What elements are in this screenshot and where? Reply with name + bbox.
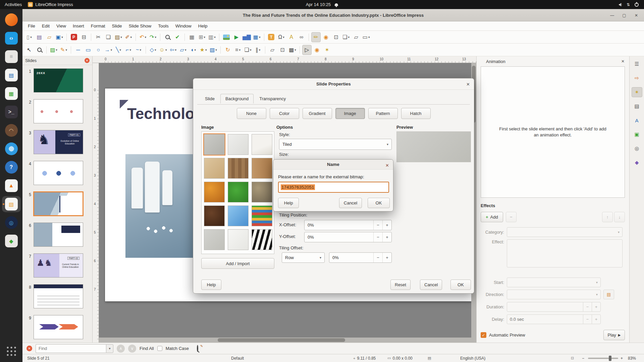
libreoffice-calc-icon[interactable]: ▦ bbox=[2, 85, 21, 102]
tab-slide[interactable]: Slide bbox=[200, 94, 220, 104]
save-dropdown-arrow[interactable]: ▾ bbox=[61, 36, 63, 39]
slide-thumbnail-4[interactable] bbox=[34, 161, 83, 185]
start-select[interactable]: ▾ bbox=[507, 278, 601, 287]
tiling-offset-increment-button[interactable]: + bbox=[382, 253, 391, 262]
tiling-offset-decrement-button[interactable]: − bbox=[373, 253, 382, 262]
close-window-button[interactable]: ✕ bbox=[632, 11, 641, 20]
tiling-offset-stepper[interactable]: 0% − + bbox=[329, 252, 392, 263]
find-history-dropdown[interactable]: ▾ bbox=[106, 344, 113, 353]
connectors-dropdown-arrow[interactable]: ▾ bbox=[129, 48, 131, 52]
shadow-button[interactable]: ▱ bbox=[268, 45, 277, 55]
block-arrows-button[interactable]: ⇦▾ bbox=[168, 45, 178, 55]
texture-grass[interactable] bbox=[228, 182, 249, 202]
x-offset-decrement-button[interactable]: − bbox=[373, 220, 382, 230]
maximize-button[interactable]: ▢ bbox=[620, 11, 629, 20]
fill-type-color-button[interactable]: Color bbox=[270, 108, 299, 119]
slide-thumbnail-3[interactable]: PART-01Evolution of Online Education bbox=[34, 130, 83, 154]
save-button[interactable]: ▣▾ bbox=[55, 32, 64, 42]
menu-window[interactable]: Window bbox=[172, 22, 195, 30]
master-slides-button[interactable]: ▤ bbox=[632, 101, 642, 111]
libreoffice-writer-icon[interactable]: ▤ bbox=[2, 67, 21, 83]
texture-concrete[interactable] bbox=[204, 134, 225, 155]
move-effect-up-button[interactable]: ↑ bbox=[602, 212, 613, 222]
insert-line-button[interactable]: ─ bbox=[73, 45, 83, 55]
open-button[interactable]: ▱ bbox=[45, 32, 54, 42]
menu-insert[interactable]: Insert bbox=[69, 22, 88, 30]
slide-thumbnail-5[interactable] bbox=[34, 192, 83, 216]
animation-button[interactable]: ✶ bbox=[632, 87, 642, 97]
slide-thumbnail-6[interactable] bbox=[34, 223, 83, 247]
y-offset-decrement-button[interactable]: − bbox=[373, 232, 382, 242]
copy-button[interactable]: ❏ bbox=[104, 32, 113, 42]
new-document-dropdown-arrow[interactable]: ▾ bbox=[30, 36, 32, 39]
display-views-dropdown-arrow[interactable]: ▾ bbox=[214, 36, 216, 39]
show-apps-icon[interactable] bbox=[2, 343, 21, 359]
rotate-button[interactable]: ↻ bbox=[223, 45, 232, 55]
photo-app-icon[interactable]: ◠ bbox=[2, 122, 21, 138]
name-ok-button[interactable]: OK bbox=[368, 198, 390, 208]
focused-app[interactable]: ▧ LibreOffice Impress bbox=[28, 2, 73, 7]
tiling-offset-mode-select[interactable]: Row ▾ bbox=[282, 252, 325, 263]
slide-thumbnail-1[interactable]: 20XX bbox=[34, 68, 83, 93]
sidebar-settings-button[interactable]: ☰ bbox=[632, 59, 642, 69]
delay-decrement-button[interactable]: − bbox=[583, 315, 592, 324]
slide-photo[interactable] bbox=[125, 154, 195, 258]
align-button[interactable]: ≡▾ bbox=[233, 45, 243, 55]
crop-button[interactable]: ⊡ bbox=[278, 45, 287, 55]
cut-button[interactable]: ✂ bbox=[94, 32, 103, 42]
special-character-dropdown-arrow[interactable]: ▾ bbox=[283, 36, 284, 39]
duration-increment-button[interactable]: + bbox=[592, 302, 600, 311]
zoom-slider-thumb[interactable] bbox=[609, 356, 611, 361]
duration-decrement-button[interactable]: − bbox=[583, 302, 592, 311]
zoom-slider[interactable] bbox=[588, 358, 618, 359]
vertical-ruler[interactable]: 01234567 bbox=[93, 63, 99, 343]
redo-dropdown-arrow[interactable]: ▾ bbox=[155, 36, 156, 39]
texture-pebbles[interactable] bbox=[252, 182, 272, 202]
display-grid-button[interactable]: ▦ bbox=[187, 32, 197, 42]
texture-zebra[interactable] bbox=[252, 229, 272, 250]
extensions-app-icon[interactable]: ◆ bbox=[2, 233, 21, 249]
remove-effect-button[interactable]: − bbox=[506, 212, 517, 222]
window-titlebar[interactable]: The Rise and Future Trends of the Online… bbox=[22, 9, 644, 21]
spelling-button[interactable]: ✔ bbox=[173, 32, 182, 42]
export-pdf-button[interactable]: P bbox=[69, 32, 78, 42]
draw-functions-button[interactable]: ✏ bbox=[311, 32, 321, 42]
ellipse-button[interactable]: ○ bbox=[94, 45, 103, 55]
line-45-button[interactable]: ╲▾ bbox=[114, 45, 123, 55]
insert-textbox-button[interactable]: T bbox=[267, 32, 276, 42]
new-document-button[interactable]: ▯▾ bbox=[24, 32, 34, 42]
basic-shapes-dropdown-arrow[interactable]: ▾ bbox=[155, 48, 156, 52]
category-select[interactable]: ▾ bbox=[507, 227, 623, 237]
horizontal-scrollbar[interactable] bbox=[99, 338, 476, 343]
callouts-dropdown-arrow[interactable]: ▾ bbox=[195, 48, 196, 52]
find-previous-button[interactable]: ∧ bbox=[117, 345, 125, 353]
cancel-button[interactable]: Cancel bbox=[420, 280, 442, 290]
dark-app-icon[interactable]: ◎ bbox=[2, 215, 21, 231]
x-offset-stepper[interactable]: 0% − + bbox=[304, 220, 392, 230]
close-name-dialog-button[interactable]: ✕ bbox=[385, 160, 389, 171]
lines-arrows-dropdown-arrow[interactable]: ▾ bbox=[111, 48, 112, 52]
shadow-main-button[interactable]: ▱ bbox=[352, 32, 361, 42]
paste-dropdown-arrow[interactable]: ▾ bbox=[120, 36, 122, 39]
symbol-shapes-button[interactable]: ☺▾ bbox=[158, 45, 168, 55]
hyperlink-button[interactable]: ∞ bbox=[297, 32, 306, 42]
menu-slide[interactable]: Slide bbox=[109, 22, 125, 30]
slide-thumbnail-2[interactable] bbox=[34, 99, 83, 123]
reset-button[interactable]: Reset bbox=[390, 280, 411, 290]
block-arrows-dropdown-arrow[interactable]: ▾ bbox=[175, 48, 176, 52]
find-input[interactable] bbox=[36, 344, 106, 353]
position-size-button[interactable]: ⊡ bbox=[331, 32, 341, 42]
zoom-out-button[interactable]: − bbox=[582, 356, 584, 361]
stars-banners-dropdown-arrow[interactable]: ▾ bbox=[205, 48, 207, 52]
automatic-preview-checkbox[interactable]: ✓ bbox=[481, 332, 486, 338]
slide-thumbnail-8[interactable] bbox=[34, 284, 83, 308]
language-label[interactable]: English (USA) bbox=[460, 356, 485, 361]
texture-mosaic[interactable] bbox=[252, 205, 272, 226]
delay-increment-button[interactable]: + bbox=[592, 315, 600, 324]
texture-canvas[interactable] bbox=[228, 229, 249, 250]
ok-button[interactable]: OK bbox=[450, 280, 471, 290]
texture-wood[interactable] bbox=[252, 158, 272, 179]
fontwork-button[interactable]: A bbox=[287, 32, 296, 42]
gallery-button[interactable]: ▣ bbox=[632, 129, 642, 139]
y-offset-stepper[interactable]: 0% − + bbox=[304, 232, 392, 242]
